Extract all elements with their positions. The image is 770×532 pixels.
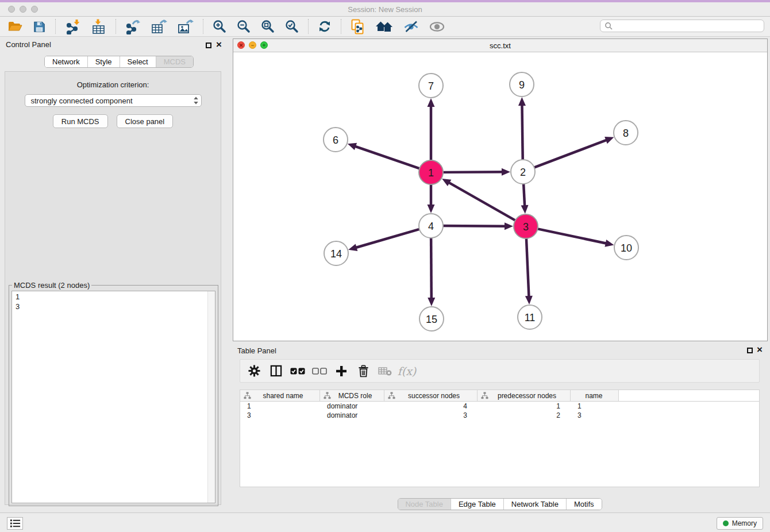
toolbar-separator xyxy=(55,19,56,34)
select-all-rows-button[interactable] xyxy=(287,367,309,375)
graph-node-10[interactable]: 10 xyxy=(614,236,638,260)
graph-edge-4-3[interactable] xyxy=(442,226,506,226)
search-box[interactable] xyxy=(600,20,764,32)
table-row[interactable]: 3dominator323 xyxy=(240,411,759,420)
zoom-window-button[interactable] xyxy=(31,6,38,13)
tab-style[interactable]: Style xyxy=(87,56,120,67)
zoom-in-button[interactable] xyxy=(207,18,232,35)
tab-motifs[interactable]: Motifs xyxy=(566,499,602,510)
zoom-out-icon xyxy=(237,20,251,33)
graph-edge-2-9[interactable] xyxy=(522,104,522,160)
memory-button[interactable]: Memory xyxy=(717,517,763,530)
graph-edge-1-2[interactable] xyxy=(442,172,503,172)
control-panel-float-button[interactable] xyxy=(206,43,211,48)
export-table-button[interactable] xyxy=(146,18,172,35)
table-panel-tabs: Node Table Edge Table Network Table Moti… xyxy=(397,498,602,510)
run-mcds-button[interactable]: Run MCDS xyxy=(53,114,108,128)
zoom-out-button[interactable] xyxy=(232,18,256,35)
minimize-window-button[interactable] xyxy=(20,6,26,13)
tab-mcds[interactable]: MCDS xyxy=(156,56,193,67)
hide-selected-button[interactable] xyxy=(398,18,424,35)
graph-node-label: 8 xyxy=(623,128,629,139)
memory-status-dot xyxy=(723,521,729,526)
optimization-criterion-label: Optimization criterion: xyxy=(5,80,221,89)
task-history-button[interactable] xyxy=(7,517,23,530)
delete-table-button[interactable] xyxy=(374,366,396,376)
graph-edge-2-3[interactable] xyxy=(523,183,525,207)
apply-function-button[interactable]: f(x) xyxy=(396,365,418,377)
export-network-icon xyxy=(125,19,141,34)
graph-node-7[interactable]: 7 xyxy=(419,74,443,98)
graph-node-3[interactable]: 3 xyxy=(514,214,538,238)
graph-edge-3-1[interactable] xyxy=(448,182,516,221)
close-panel-button[interactable]: Close panel xyxy=(117,114,174,128)
graph-node-15[interactable]: 15 xyxy=(419,307,444,331)
search-input[interactable] xyxy=(615,21,760,30)
graph-edge-3-10[interactable] xyxy=(537,229,607,244)
graph-node-1[interactable]: 1 xyxy=(419,160,443,184)
optimization-select-value: strongly connected component xyxy=(31,97,193,105)
network-minimize-button[interactable]: − xyxy=(249,41,256,49)
graph-node-11[interactable]: 11 xyxy=(518,305,542,329)
graph-node-2[interactable]: 2 xyxy=(511,160,535,184)
tab-node-table[interactable]: Node Table xyxy=(398,499,451,510)
graph-node-label: 6 xyxy=(333,134,338,146)
import-table-button[interactable] xyxy=(86,18,111,35)
show-all-button[interactable] xyxy=(424,18,450,35)
table-panel-float-button[interactable] xyxy=(747,348,753,353)
graph-edge-4-14[interactable] xyxy=(355,229,420,248)
add-column-button[interactable] xyxy=(330,365,352,377)
table-panel-close-button[interactable]: × xyxy=(757,346,763,354)
network-graph[interactable]: 7968124314101511 xyxy=(233,52,766,340)
graph-edge-1-6[interactable] xyxy=(354,146,420,168)
tab-select[interactable]: Select xyxy=(120,56,156,67)
save-session-button[interactable] xyxy=(28,18,51,35)
graph-node-label: 1 xyxy=(428,167,434,179)
graph-edge-3-11[interactable] xyxy=(526,238,529,298)
zoom-fit-button[interactable] xyxy=(256,18,280,35)
deselect-all-rows-button[interactable] xyxy=(309,367,330,375)
graph-node-6[interactable]: 6 xyxy=(324,128,348,152)
tab-network[interactable]: Network xyxy=(45,56,87,67)
graph-node-14[interactable]: 14 xyxy=(324,241,348,265)
table-row[interactable]: 1dominator411 xyxy=(240,402,759,411)
network-zoom-button[interactable]: + xyxy=(260,41,268,49)
open-session-button[interactable] xyxy=(2,18,28,35)
network-close-button[interactable]: ✕ xyxy=(237,41,245,49)
graph-edge-2-8[interactable] xyxy=(534,140,608,168)
import-network-button[interactable] xyxy=(60,18,86,35)
table-cell: dominator xyxy=(320,402,384,410)
refresh-button[interactable] xyxy=(313,18,337,35)
table-settings-button[interactable] xyxy=(243,365,265,377)
column-header-successor-nodes[interactable]: successor nodes xyxy=(384,390,478,401)
column-header-name[interactable]: name xyxy=(571,390,619,401)
tab-network-table[interactable]: Network Table xyxy=(503,499,566,510)
graph-node-9[interactable]: 9 xyxy=(510,72,534,97)
zoom-selected-button[interactable] xyxy=(280,18,304,35)
network-window-controls: ✕ − + xyxy=(237,41,268,49)
first-neighbors-button[interactable] xyxy=(370,18,398,35)
mcds-panel: Optimization criterion: strongly connect… xyxy=(5,71,221,505)
graph-node-4[interactable]: 4 xyxy=(419,214,443,238)
delete-column-button[interactable] xyxy=(352,365,374,377)
control-panel-tabs: Network Style Select MCDS xyxy=(44,56,194,68)
control-panel-close-button[interactable]: × xyxy=(216,41,222,49)
column-header-mcds-role[interactable]: MCDS role xyxy=(320,390,384,401)
clone-network-button[interactable] xyxy=(345,18,370,35)
result-scrollbar[interactable] xyxy=(207,291,215,503)
mcds-result-box[interactable]: 1 3 xyxy=(11,291,215,503)
optimization-select[interactable]: strongly connected component xyxy=(25,94,202,107)
show-columns-button[interactable] xyxy=(265,365,287,377)
export-image-button[interactable] xyxy=(172,18,199,35)
mcds-result-title: MCDS result (2 nodes) xyxy=(12,281,91,290)
tab-edge-table[interactable]: Edge Table xyxy=(451,499,503,510)
status-bar: Memory xyxy=(0,512,770,532)
export-network-button[interactable] xyxy=(120,18,146,35)
column-header-shared-name[interactable]: shared name xyxy=(240,390,320,401)
graph-edge-4-15[interactable] xyxy=(431,237,432,299)
close-window-button[interactable] xyxy=(8,6,15,13)
graph-node-8[interactable]: 8 xyxy=(614,121,638,145)
graph-edge-arrow xyxy=(348,244,357,250)
column-header-predecessor-nodes[interactable]: predecessor nodes xyxy=(478,390,571,401)
select-stepper-icon xyxy=(193,96,199,105)
